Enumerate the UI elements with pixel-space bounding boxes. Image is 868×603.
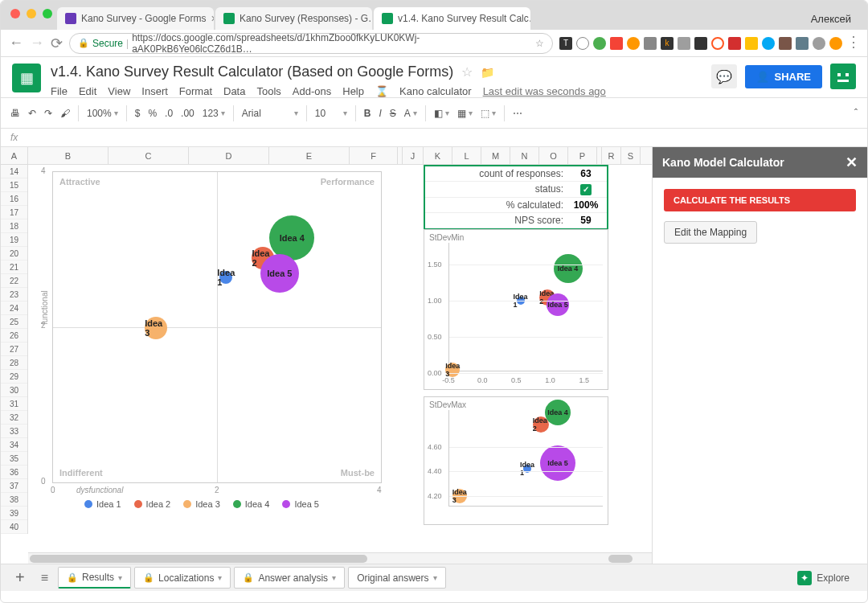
row-header[interactable]: 18 bbox=[1, 219, 27, 233]
italic-icon[interactable]: I bbox=[379, 108, 381, 119]
bubble[interactable]: Idea 4 bbox=[545, 400, 571, 425]
more-icon[interactable]: ⋯ bbox=[513, 108, 522, 119]
url-field[interactable]: 🔒 Secure | https://docs.google.com/sprea… bbox=[69, 33, 553, 54]
row-header[interactable]: 26 bbox=[1, 329, 27, 343]
chevron-down-icon[interactable]: ▾ bbox=[433, 573, 437, 582]
window-controls[interactable] bbox=[10, 9, 52, 18]
last-edit[interactable]: Last edit was seconds ago bbox=[483, 85, 606, 97]
col-header[interactable]: F bbox=[350, 147, 398, 164]
row-header[interactable]: 14 bbox=[1, 165, 27, 178]
close-icon[interactable]: ✕ bbox=[845, 154, 858, 171]
legend-item[interactable]: Idea 3 bbox=[183, 499, 220, 509]
col-header[interactable]: A bbox=[1, 147, 28, 164]
ext-icon[interactable] bbox=[678, 37, 690, 50]
row-header[interactable]: 30 bbox=[1, 384, 27, 397]
row-header[interactable]: 36 bbox=[1, 466, 27, 479]
add-sheet-icon[interactable]: + bbox=[9, 568, 31, 587]
menu-view[interactable]: View bbox=[108, 85, 130, 97]
reload-icon[interactable]: ⟳ bbox=[51, 35, 63, 52]
row-header[interactable]: 27 bbox=[1, 343, 27, 356]
ext-icon[interactable] bbox=[728, 37, 741, 50]
row-header[interactable]: 25 bbox=[1, 315, 27, 329]
dec-more-icon[interactable]: .00 bbox=[181, 108, 194, 119]
legend-item[interactable]: Idea 1 bbox=[84, 499, 121, 509]
explore-button[interactable]: ✦ Explore bbox=[788, 571, 859, 585]
currency-icon[interactable]: $ bbox=[135, 108, 141, 119]
col-header[interactable]: N bbox=[510, 147, 539, 164]
row-header[interactable]: 15 bbox=[1, 178, 27, 192]
bubble[interactable]: Idea 3 bbox=[145, 317, 167, 339]
stdev-min-chart[interactable]: StDevMin Idea 1Idea 2Idea 3Idea 4Idea 5 … bbox=[424, 229, 608, 390]
stdev-max-chart[interactable]: StDevMax Idea 1Idea 2Idea 3Idea 4Idea 5 … bbox=[424, 396, 608, 525]
row-header[interactable]: 22 bbox=[1, 274, 27, 288]
row-header[interactable]: 39 bbox=[1, 507, 27, 520]
collapse-icon[interactable]: ˆ bbox=[854, 108, 858, 119]
menu-insert[interactable]: Insert bbox=[141, 85, 168, 97]
chrome-user[interactable]: Алексей bbox=[811, 13, 859, 30]
row-header[interactable]: 40 bbox=[1, 520, 27, 534]
fillcolor-icon[interactable]: ◧▾ bbox=[434, 108, 449, 119]
col-header[interactable]: O bbox=[539, 147, 568, 164]
sheets-logo-icon[interactable]: ▦ bbox=[12, 64, 41, 92]
back-icon[interactable]: ← bbox=[9, 35, 23, 51]
ext-icon[interactable] bbox=[644, 37, 657, 50]
star-icon[interactable]: ☆ bbox=[535, 38, 544, 49]
all-sheets-icon[interactable]: ≡ bbox=[35, 571, 55, 585]
kano-chart[interactable]: Attractive Performance Indifferent Must-… bbox=[36, 165, 390, 511]
star-icon[interactable]: ☆ bbox=[461, 64, 473, 80]
chevron-down-icon[interactable]: ▾ bbox=[218, 573, 222, 582]
size-select[interactable]: 10▾ bbox=[315, 108, 347, 119]
close-icon[interactable]: × bbox=[211, 12, 214, 25]
col-header[interactable]: S bbox=[621, 147, 641, 164]
edit-mapping-button[interactable]: Edit the Mapping bbox=[664, 221, 757, 244]
row-header[interactable]: 35 bbox=[1, 452, 27, 466]
share-button[interactable]: 👤SHARE bbox=[745, 65, 822, 88]
ext-icon[interactable] bbox=[779, 37, 792, 50]
menu-addons[interactable]: Add-ons bbox=[293, 85, 331, 97]
formula-bar[interactable]: fx bbox=[1, 128, 867, 147]
bubble[interactable]: Idea 1 bbox=[219, 271, 232, 284]
row-header[interactable]: 29 bbox=[1, 370, 27, 384]
row-header[interactable]: 17 bbox=[1, 206, 27, 219]
menu-help[interactable]: Help bbox=[342, 85, 364, 97]
browser-tab[interactable]: Kano Survey (Responses) - G…× bbox=[215, 7, 372, 30]
avatar[interactable] bbox=[830, 64, 856, 89]
kano-menu[interactable]: Kano calculator bbox=[399, 85, 472, 97]
sheet-tab[interactable]: 🔒Answer analysis▾ bbox=[234, 567, 345, 589]
row-header[interactable]: 24 bbox=[1, 302, 27, 315]
col-header[interactable]: J bbox=[403, 147, 424, 164]
ext-icon[interactable] bbox=[576, 37, 589, 50]
merge-icon[interactable]: ⬚▾ bbox=[481, 108, 496, 119]
col-header[interactable]: L bbox=[452, 147, 481, 164]
row-header[interactable]: 21 bbox=[1, 260, 27, 274]
col-header[interactable]: K bbox=[424, 147, 452, 164]
menu-format[interactable]: Format bbox=[179, 85, 212, 97]
redo-icon[interactable]: ↷ bbox=[44, 108, 52, 119]
ext-icon[interactable]: k bbox=[661, 37, 674, 50]
ext-icon[interactable] bbox=[745, 37, 758, 50]
row-header[interactable]: 38 bbox=[1, 493, 27, 507]
ext-icon[interactable] bbox=[813, 37, 825, 50]
ext-icon[interactable] bbox=[711, 37, 724, 50]
comments-button[interactable]: 💬 bbox=[711, 64, 737, 88]
col-header[interactable]: C bbox=[108, 147, 189, 164]
row-header[interactable]: 20 bbox=[1, 247, 27, 260]
legend-item[interactable]: Idea 4 bbox=[233, 499, 270, 509]
font-select[interactable]: Arial▾ bbox=[242, 108, 298, 119]
ext-icon[interactable] bbox=[694, 37, 707, 50]
bubble[interactable]: Idea 5 bbox=[260, 254, 299, 293]
col-header[interactable]: M bbox=[481, 147, 510, 164]
col-header[interactable]: R bbox=[602, 147, 621, 164]
calculate-button[interactable]: CALCULATE THE RESULTS bbox=[664, 189, 856, 211]
browser-tab[interactable]: Kano Survey - Google Forms× bbox=[57, 7, 214, 30]
row-header[interactable]: 28 bbox=[1, 356, 27, 370]
menu-icon[interactable]: ⋮ bbox=[846, 37, 859, 50]
ext-icon[interactable] bbox=[627, 37, 640, 50]
sheet-tab[interactable]: 🔒Results▾ bbox=[58, 567, 131, 589]
sheet-tab[interactable]: Original answers▾ bbox=[348, 567, 445, 589]
menu-tools[interactable]: Tools bbox=[256, 85, 280, 97]
ext-icon[interactable] bbox=[796, 37, 809, 50]
legend-item[interactable]: Idea 2 bbox=[134, 499, 171, 509]
doc-title[interactable]: v1.4. Kano Survey Result Calculator (Bas… bbox=[51, 64, 702, 80]
menu-data[interactable]: Data bbox=[223, 85, 245, 97]
